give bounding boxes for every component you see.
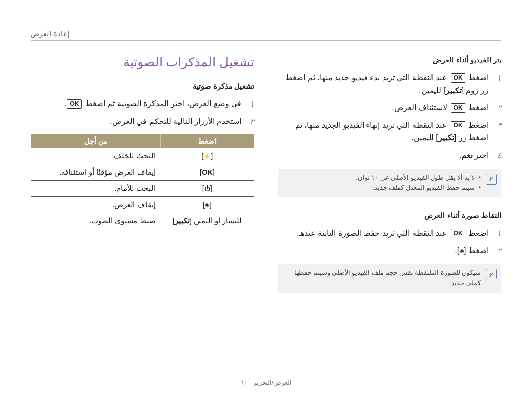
note-item: لا بد ألا يقل طول الفيديو الأصلي عن ١٠ ث… bbox=[283, 173, 481, 183]
note-capture: سيكون للصورة الملتقطة نفس حجم ملف الفيدي… bbox=[278, 264, 501, 293]
footer-section: العرض/التحرير bbox=[253, 379, 292, 386]
steps-trim: اضغط OK عند النقطة التي تريد بدء فيديو ج… bbox=[278, 71, 501, 162]
table-row: [OK] إيقاف العرض مؤقتًا أو استئنافه. bbox=[31, 164, 255, 181]
section-title-trim: بتر الفيديو أثناء العرض bbox=[278, 56, 501, 64]
step: اضغط OK لاستئناف العرض. bbox=[278, 101, 501, 114]
page-header: إعادة العرض bbox=[31, 30, 501, 41]
step: استخدم الأزرار التالية للتحكم في العرض. bbox=[31, 115, 254, 128]
note-item: سيتم حفظ الفيديو المعدل كملف جديد. bbox=[283, 183, 481, 193]
step: اضغط OK عند النقطة التي تريد بدء فيديو ج… bbox=[278, 71, 501, 96]
power-icon bbox=[204, 185, 210, 192]
note-text: سيكون للصورة الملتقطة نفس حجم ملف الفيدي… bbox=[283, 268, 481, 289]
table-row: [] البحث للأمام. bbox=[31, 181, 255, 197]
flower-icon bbox=[459, 247, 464, 255]
th-press: اضغط bbox=[161, 134, 254, 148]
cell-label: البحث للخلف. bbox=[36, 152, 156, 160]
table-row: [تكبير] لليسار أو اليمين ضبط مستوى الصوت… bbox=[31, 213, 255, 229]
section-title-audio: تشغيل مذكرة صوتية bbox=[31, 82, 254, 91]
page-title: تشغيل المذكرات الصوتية bbox=[31, 55, 254, 70]
table-row: [] إيقاف العرض. bbox=[31, 197, 255, 213]
step: في وضع العرض، اختر المذكرة الصوتية ثم اض… bbox=[31, 97, 254, 110]
lightning-icon bbox=[203, 152, 211, 160]
page-number: ٦٠ bbox=[240, 379, 247, 386]
step: اضغط OK عند النقطة التي تريد إنهاء الفيد… bbox=[278, 119, 501, 144]
info-icon bbox=[486, 269, 497, 279]
controls-table: اضغط من أجل [] البحث للخلف. [OK] إيقاف ا… bbox=[31, 134, 254, 229]
steps-audio: في وضع العرض، اختر المذكرة الصوتية ثم اض… bbox=[31, 97, 254, 127]
th-for: من أجل bbox=[31, 134, 161, 148]
ok-button-icon: OK bbox=[451, 73, 466, 83]
ok-button-icon: OK bbox=[67, 99, 82, 109]
ok-button-icon: OK bbox=[451, 121, 466, 130]
section-title-capture: التقاط صورة أثناء العرض bbox=[278, 211, 501, 220]
ok-button-icon: OK bbox=[451, 103, 466, 113]
flower-icon bbox=[205, 201, 210, 209]
page-footer: العرض/التحرير ٦٠ bbox=[0, 379, 532, 386]
step: اضغط OK عند النقطة التي تريد حفظ الصورة … bbox=[278, 227, 501, 240]
info-icon bbox=[486, 174, 497, 185]
steps-capture: اضغط OK عند النقطة التي تريد حفظ الصورة … bbox=[278, 227, 501, 257]
cell-label: البحث للأمام. bbox=[36, 185, 156, 192]
cell-label: إيقاف العرض مؤقتًا أو استئنافه. bbox=[36, 168, 156, 176]
step: اضغط []. bbox=[278, 245, 501, 257]
table-row: [] البحث للخلف. bbox=[31, 148, 255, 164]
cell-label: ضبط مستوى الصوت. bbox=[36, 217, 156, 225]
column-video: بتر الفيديو أثناء العرض اضغط OK عند النق… bbox=[278, 55, 501, 307]
step: اختر نعم. bbox=[278, 149, 501, 162]
note-trim: لا بد ألا يقل طول الفيديو الأصلي عن ١٠ ث… bbox=[278, 169, 501, 198]
cell-label: إيقاف العرض. bbox=[36, 201, 156, 209]
column-audio: تشغيل المذكرات الصوتية تشغيل مذكرة صوتية… bbox=[31, 55, 254, 307]
ok-button-icon: OK bbox=[451, 229, 466, 238]
